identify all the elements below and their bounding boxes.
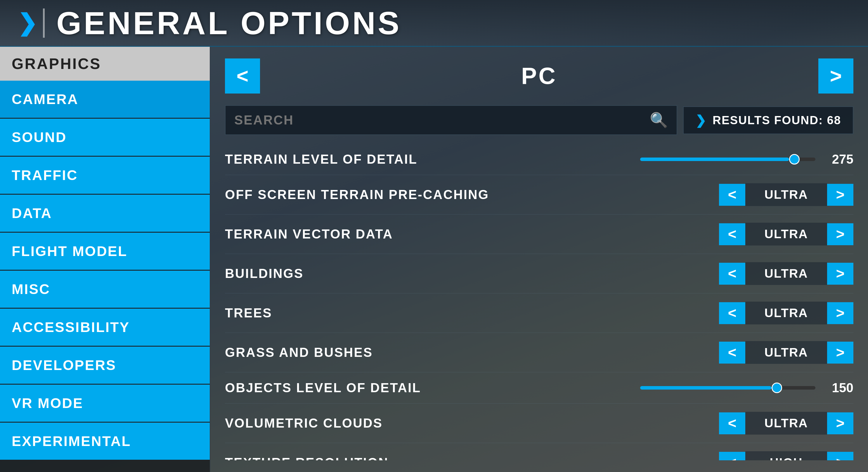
dropdown-next-buildings[interactable]: > [827,263,854,285]
setting-row-terrain-lod: TERRAIN LEVEL OF DETAIL 275 [225,144,854,175]
dropdown-volumetric-clouds: < ULTRA > [719,412,854,435]
dropdown-prev-off-screen-terrain[interactable]: < [719,184,745,206]
dropdown-value-texture-resolution: HIGH [745,451,827,460]
setting-row-off-screen-terrain: OFF SCREEN TERRAIN PRE-CACHING < ULTRA > [225,175,854,214]
setting-control-grass-bushes: < ULTRA > [678,341,854,364]
dropdown-prev-trees[interactable]: < [719,302,745,324]
header: ❯ GENERAL OPTIONS [0,0,868,47]
sidebar-item-sound[interactable]: SOUND [0,119,210,156]
setting-name-objects-lod: OBJECTS LEVEL OF DETAIL [225,381,640,395]
platform-name: PC [272,63,807,89]
dropdown-value-trees: ULTRA [745,302,827,324]
dropdown-prev-buildings[interactable]: < [719,263,745,285]
setting-control-trees: < ULTRA > [678,302,854,324]
right-panel: < PC > 🔍 ❯ RESULTS FOUND: 68 TERR [210,47,868,472]
dropdown-next-texture-resolution[interactable]: > [827,452,854,461]
sidebar-item-camera[interactable]: CAMERA [0,81,210,118]
slider-value-terrain-lod: 275 [824,152,854,167]
platform-next-button[interactable]: > [818,58,854,93]
dropdown-next-terrain-vector[interactable]: > [827,223,854,245]
header-chevron-icon: ❯ [18,9,37,36]
results-count: RESULTS FOUND: 68 [713,114,841,127]
dropdown-prev-terrain-vector[interactable]: < [719,223,745,245]
search-input[interactable] [234,113,644,127]
dropdown-next-trees[interactable]: > [827,302,854,324]
sidebar-item-experimental[interactable]: EXPERIMENTAL [0,422,210,460]
slider-value-objects-lod: 150 [824,381,854,395]
dropdown-texture-resolution: < HIGH > [719,451,854,460]
sidebar: GRAPHICS CAMERA SOUND TRAFFIC DATA FLIGH… [0,47,210,472]
dropdown-buildings: < ULTRA > [719,262,854,285]
sidebar-item-misc[interactable]: MISC [0,271,210,308]
sidebar-item-data[interactable]: DATA [0,195,210,232]
sidebar-item-developers[interactable]: DEVELOPERS [0,347,210,384]
sidebar-item-flight-model[interactable]: FLIGHT MODEL [0,233,210,270]
setting-control-volumetric-clouds: < ULTRA > [678,412,854,435]
dropdown-prev-texture-resolution[interactable]: < [719,452,745,461]
setting-row-volumetric-clouds: VOLUMETRIC CLOUDS < ULTRA > [225,404,854,443]
dropdown-prev-grass-bushes[interactable]: < [719,342,745,363]
slider-track-objects-lod[interactable] [640,386,815,390]
slider-thumb-objects-lod[interactable] [772,383,782,393]
results-chevron-icon: ❯ [695,113,707,128]
sidebar-item-traffic[interactable]: TRAFFIC [0,157,210,194]
setting-row-terrain-vector: TERRAIN VECTOR DATA < ULTRA > [225,214,854,254]
dropdown-next-off-screen-terrain[interactable]: > [827,184,854,206]
setting-control-terrain-lod[interactable]: 275 [640,152,854,167]
dropdown-off-screen-terrain: < ULTRA > [719,183,854,206]
dropdown-value-terrain-vector: ULTRA [745,223,827,245]
page-title: GENERAL OPTIONS [56,4,401,41]
setting-row-buildings: BUILDINGS < ULTRA > [225,254,854,293]
header-divider [43,8,45,38]
slider-fill-terrain-lod [640,157,789,161]
setting-row-texture-resolution: TEXTURE RESOLUTION < HIGH > [225,443,854,460]
slider-fill-objects-lod [640,386,772,390]
dropdown-value-volumetric-clouds: ULTRA [745,412,827,435]
dropdown-next-grass-bushes[interactable]: > [827,342,854,363]
dropdown-grass-bushes: < ULTRA > [719,341,854,364]
results-found: ❯ RESULTS FOUND: 68 [683,107,854,134]
setting-name-texture-resolution: TEXTURE RESOLUTION [225,455,678,460]
setting-name-grass-bushes: GRASS AND BUSHES [225,345,678,360]
setting-name-terrain-lod: TERRAIN LEVEL OF DETAIL [225,152,640,167]
sidebar-item-vr-mode[interactable]: VR MODE [0,385,210,422]
platform-selector: < PC > [225,58,854,93]
platform-prev-button[interactable]: < [225,58,260,93]
dropdown-prev-volumetric-clouds[interactable]: < [719,412,745,434]
setting-control-texture-resolution: < HIGH > [678,451,854,460]
dropdown-trees: < ULTRA > [719,302,854,324]
setting-name-off-screen-terrain: OFF SCREEN TERRAIN PRE-CACHING [225,187,678,202]
dropdown-terrain-vector: < ULTRA > [719,223,854,245]
setting-name-terrain-vector: TERRAIN VECTOR DATA [225,227,678,241]
slider-track-terrain-lod[interactable] [640,157,815,161]
sidebar-header: GRAPHICS [0,47,210,81]
main-content: GRAPHICS CAMERA SOUND TRAFFIC DATA FLIGH… [0,47,868,472]
dropdown-value-grass-bushes: ULTRA [745,341,827,364]
search-bar: 🔍 ❯ RESULTS FOUND: 68 [225,105,854,135]
sidebar-item-accessibility[interactable]: ACCESSIBILITY [0,308,210,346]
setting-control-off-screen-terrain: < ULTRA > [678,183,854,206]
slider-thumb-terrain-lod[interactable] [789,154,800,165]
setting-control-objects-lod[interactable]: 150 [640,381,854,395]
setting-control-buildings: < ULTRA > [678,262,854,285]
setting-control-terrain-vector: < ULTRA > [678,223,854,245]
dropdown-value-off-screen-terrain: ULTRA [745,183,827,206]
setting-name-buildings: BUILDINGS [225,266,678,281]
setting-name-trees: TREES [225,306,678,320]
setting-row-trees: TREES < ULTRA > [225,293,854,333]
search-input-wrapper[interactable]: 🔍 [225,105,677,135]
setting-row-grass-bushes: GRASS AND BUSHES < ULTRA > [225,333,854,372]
setting-name-volumetric-clouds: VOLUMETRIC CLOUDS [225,416,678,431]
setting-row-objects-lod: OBJECTS LEVEL OF DETAIL 150 [225,372,854,404]
settings-list: TERRAIN LEVEL OF DETAIL 275 OFF SCREEN T… [225,144,854,460]
dropdown-next-volumetric-clouds[interactable]: > [827,412,854,434]
dropdown-value-buildings: ULTRA [745,262,827,285]
search-icon: 🔍 [650,112,668,128]
app-container: ❯ GENERAL OPTIONS GRAPHICS CAMERA SOUND … [0,0,868,472]
